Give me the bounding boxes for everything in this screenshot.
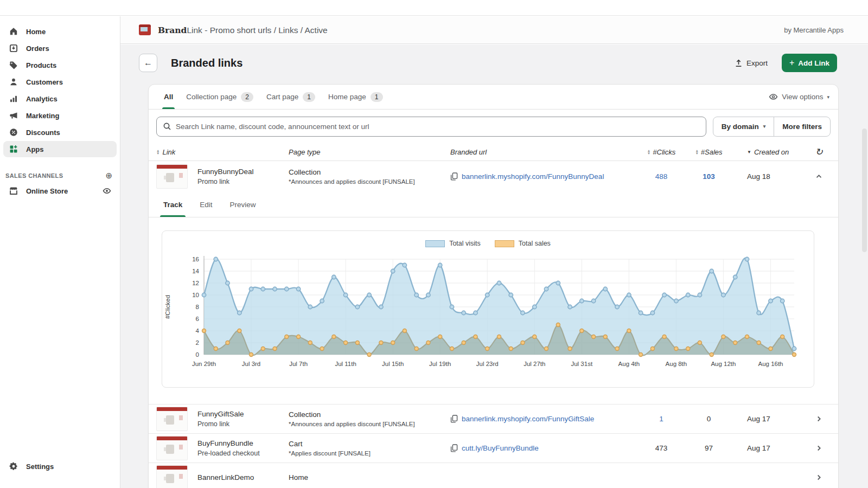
add-sales-channel-icon[interactable]: ⊕	[105, 171, 112, 179]
sidebar-item-label: Orders	[26, 44, 49, 53]
sidebar-item-apps[interactable]: Apps	[3, 141, 117, 157]
table-row[interactable]: BannerLinkDemo Home	[149, 463, 838, 488]
column-header-link[interactable]: Link	[162, 148, 175, 156]
view-options-button[interactable]: View options ▾	[769, 92, 829, 101]
sort-icon[interactable]: ▲▼	[647, 149, 650, 155]
link-thumbnail	[156, 407, 188, 431]
page-note: *Announces and applies discount [FUNSALE…	[289, 421, 450, 427]
page-type: Collection	[289, 410, 450, 419]
back-button[interactable]: ←	[139, 54, 157, 72]
collapse-chevron-up-icon[interactable]	[815, 173, 822, 180]
page-type: Collection	[289, 168, 450, 176]
link-subtitle: Promo link	[197, 420, 244, 428]
refresh-icon[interactable]: ↻	[815, 147, 822, 157]
svg-text:Jul 11th: Jul 11th	[335, 361, 356, 367]
sort-icon[interactable]: ▲▼	[156, 149, 159, 155]
svg-text:Aug 4th: Aug 4th	[618, 361, 640, 367]
gear-icon	[8, 461, 19, 471]
column-header-sales[interactable]: #Sales	[701, 148, 723, 156]
person-icon	[8, 77, 19, 87]
clicks-value: 488	[655, 172, 668, 181]
search-input[interactable]	[176, 123, 700, 131]
app-top-bar: BrandLink - Promo short urls / Links / A…	[120, 16, 868, 44]
sidebar-item-marketing[interactable]: Marketing	[3, 107, 117, 124]
links-card: All Collection page2 Cart page1 Home pag…	[148, 84, 839, 488]
page-type: Home	[289, 473, 450, 481]
page-type: Cart	[289, 440, 450, 448]
app-byline: by Mercantile Apps	[784, 26, 844, 34]
svg-text:Aug 8th: Aug 8th	[666, 361, 687, 367]
sidebar-item-settings[interactable]: Settings	[3, 458, 117, 474]
expand-chevron-right-icon[interactable]	[815, 415, 822, 422]
sales-channels-heading: SALES CHANNELS	[5, 172, 63, 179]
count-badge: 1	[371, 92, 383, 102]
clicks-value: 473	[655, 444, 668, 452]
eye-icon[interactable]	[103, 187, 111, 195]
sidebar-item-products[interactable]: Products	[3, 57, 117, 73]
export-button[interactable]: Export	[735, 59, 768, 67]
sort-desc-icon[interactable]: ▼	[747, 150, 751, 155]
sort-icon[interactable]: ▲▼	[695, 149, 698, 155]
main-content: ← Branded links Export + Add Link All Co…	[120, 44, 868, 488]
brandlink-app-icon	[139, 24, 151, 35]
vertical-scrollbar[interactable]	[862, 129, 867, 252]
sidebar-item-label: Settings	[26, 463, 54, 471]
by-domain-button[interactable]: By domain▾	[713, 117, 774, 136]
sidebar-item-analytics[interactable]: Analytics	[3, 91, 117, 107]
legend-swatch-sales	[495, 240, 514, 247]
svg-text:Jul 23rd: Jul 23rd	[476, 361, 499, 367]
created-date: Aug 17	[747, 444, 770, 452]
bar-chart-icon	[8, 94, 19, 104]
apps-icon	[8, 144, 19, 154]
sidebar-item-customers[interactable]: Customers	[3, 74, 117, 90]
column-header-clicks[interactable]: #Clicks	[653, 148, 675, 156]
table-row[interactable]: FunnyBunnyDealPromo link Collection*Anno…	[149, 161, 838, 192]
branded-url-link[interactable]: bannerlink.myshopify.com/FunnyBunnyDeal	[462, 172, 604, 181]
sales-value: 103	[703, 172, 715, 181]
branded-url-link[interactable]: cutt.ly/BuyFunnyBundle	[462, 444, 539, 452]
copy-icon[interactable]	[450, 415, 458, 423]
sidebar-item-home[interactable]: Home	[3, 23, 117, 40]
link-name: FunnyBunnyDeal	[197, 168, 254, 176]
tab-cart-page[interactable]: Cart page1	[260, 85, 322, 109]
table-header: ▲▼Link Page type Branded url ▲▼#Clicks ▲…	[149, 143, 838, 161]
legend-swatch-visits	[425, 240, 445, 247]
sidebar-item-label: Marketing	[26, 112, 59, 120]
tab-preview[interactable]: Preview	[230, 192, 256, 217]
chart-legend: Total visits Total sales	[162, 239, 814, 248]
svg-text:2: 2	[196, 339, 199, 346]
top-strip	[0, 0, 868, 16]
copy-icon[interactable]	[450, 172, 458, 181]
chevron-down-icon: ▾	[763, 124, 766, 129]
link-name: BannerLinkDemo	[197, 473, 254, 481]
svg-text:0: 0	[196, 351, 199, 358]
tab-collection-page[interactable]: Collection page2	[180, 85, 260, 109]
svg-text:Jul 31st: Jul 31st	[571, 361, 592, 367]
copy-icon[interactable]	[450, 444, 458, 452]
tab-edit[interactable]: Edit	[200, 192, 212, 217]
expand-chevron-right-icon[interactable]	[815, 445, 822, 452]
link-thumbnail	[156, 465, 188, 488]
tab-track[interactable]: Track	[163, 192, 182, 217]
table-row[interactable]: BuyFunnyBundlePre-loaded checkout Cart*A…	[149, 433, 838, 463]
svg-text:Jun 29th: Jun 29th	[192, 361, 216, 367]
sidebar-item-discounts[interactable]: Discounts	[3, 124, 117, 140]
link-subtitle: Pre-loaded checkout	[197, 450, 260, 457]
column-header-created-on[interactable]: Created on	[754, 148, 789, 156]
more-filters-button[interactable]: More filters	[774, 117, 830, 136]
svg-text:Jul 19th: Jul 19th	[429, 361, 451, 367]
add-link-button[interactable]: + Add Link	[782, 54, 837, 72]
table-row[interactable]: FunnyGiftSalePromo link Collection*Annou…	[149, 404, 838, 433]
export-icon	[735, 59, 743, 67]
svg-text:12: 12	[192, 280, 199, 286]
sidebar-item-online-store[interactable]: Online Store	[3, 183, 117, 199]
search-box[interactable]	[156, 117, 706, 137]
tab-all[interactable]: All	[157, 85, 180, 109]
expand-chevron-right-icon[interactable]	[815, 474, 822, 481]
sidebar-item-label: Products	[26, 61, 56, 69]
branded-url-link[interactable]: bannerlink.myshopify.com/FunnyGiftSale	[462, 415, 594, 423]
sidebar-item-label: Apps	[26, 145, 44, 153]
svg-text:Aug 12th: Aug 12th	[711, 361, 736, 367]
sidebar-item-orders[interactable]: Orders	[3, 40, 117, 56]
tab-home-page[interactable]: Home page1	[322, 85, 389, 109]
